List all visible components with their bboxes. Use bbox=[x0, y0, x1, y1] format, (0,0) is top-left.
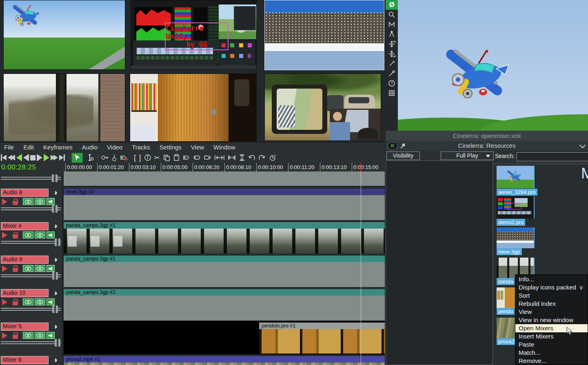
fader[interactable] bbox=[1, 341, 61, 344]
menu-item-display-icons-packed[interactable]: Display icons packedv bbox=[515, 283, 588, 292]
rewind-to-start-button[interactable] bbox=[1, 153, 7, 162]
fast-reverse-button[interactable] bbox=[8, 153, 15, 162]
track-lock-icon[interactable] bbox=[13, 234, 18, 238]
media-thumb-neve[interactable] bbox=[497, 227, 535, 248]
resources-titlebar[interactable]: R Cinelerra: Resources bbox=[386, 141, 588, 151]
protect-video-icon[interactable]: Ø bbox=[386, 0, 398, 10]
fader[interactable] bbox=[1, 308, 61, 311]
track-gang-button[interactable] bbox=[23, 265, 33, 272]
clip-title-neve[interactable]: neve.3gp #2 bbox=[64, 189, 385, 195]
clip-title-panda-a1[interactable]: panda_campo.3gp #1 bbox=[64, 256, 385, 262]
clip-title-pendolo[interactable]: pendolo.pro #1 bbox=[259, 323, 385, 329]
lock-labels-button[interactable] bbox=[120, 153, 128, 162]
undo-button[interactable] bbox=[248, 153, 255, 162]
fader-handle[interactable] bbox=[55, 339, 60, 347]
drag-and-drop-mode-button[interactable] bbox=[71, 153, 83, 163]
media-thumb-aereo[interactable] bbox=[497, 166, 535, 188]
redo-button[interactable] bbox=[258, 153, 266, 162]
fader-handle[interactable] bbox=[52, 174, 58, 182]
manual-goto-button[interactable] bbox=[268, 153, 277, 162]
crop-icon[interactable] bbox=[386, 59, 398, 69]
track-title-audio8[interactable]: Audio 8 bbox=[1, 189, 49, 197]
media-label-neve[interactable]: neve.3gp bbox=[497, 248, 522, 255]
track-mute-button[interactable] bbox=[47, 198, 55, 205]
video-thumbnail-strip-pendolo[interactable] bbox=[259, 329, 385, 354]
frame-forward-button[interactable] bbox=[37, 153, 42, 162]
menu-keyframes[interactable]: Keyframes bbox=[43, 144, 73, 151]
track-play-icon[interactable] bbox=[2, 299, 7, 305]
track-draw-button[interactable] bbox=[35, 265, 45, 272]
expand-track-icon[interactable]: ◑ bbox=[51, 322, 60, 331]
track-draw-button[interactable] bbox=[35, 332, 45, 339]
expand-track-icon[interactable]: ◑ bbox=[51, 221, 60, 230]
mask-icon[interactable] bbox=[386, 20, 398, 29]
track-title-mixer6[interactable]: Mixer 6 bbox=[1, 356, 49, 364]
camera-icon[interactable] bbox=[386, 39, 398, 49]
safe-regions-icon[interactable] bbox=[386, 88, 398, 98]
playhead[interactable] bbox=[360, 163, 361, 172]
fast-forward-button[interactable] bbox=[51, 153, 58, 162]
play-forward-button[interactable] bbox=[44, 153, 49, 162]
menu-view[interactable]: View bbox=[191, 144, 204, 151]
menu-item-rebuild-index[interactable]: Rebuild index bbox=[515, 300, 588, 308]
track-lock-icon[interactable] bbox=[13, 301, 18, 305]
visibility-button[interactable]: Visibility bbox=[386, 151, 420, 160]
frame-reverse-button[interactable] bbox=[23, 153, 29, 162]
menu-edit[interactable]: Edit bbox=[23, 144, 34, 151]
eyedropper-icon[interactable] bbox=[386, 69, 398, 78]
track-play-icon[interactable] bbox=[2, 332, 7, 339]
track-gang-button[interactable] bbox=[23, 332, 33, 339]
track-lock-icon[interactable] bbox=[13, 268, 18, 272]
track-play-icon[interactable] bbox=[2, 198, 7, 205]
track-mute-button[interactable] bbox=[47, 265, 55, 272]
toggle-label-button[interactable] bbox=[182, 153, 190, 162]
clip-title-panda-v[interactable]: panda_campo.3gp #1 bbox=[64, 222, 385, 229]
menu-item-open-mixers[interactable]: Open Mixers bbox=[515, 324, 588, 332]
fit-width-button[interactable] bbox=[228, 153, 236, 162]
menu-settings[interactable]: Settings bbox=[160, 144, 182, 151]
fader[interactable] bbox=[1, 274, 61, 277]
clip-title-prova[interactable]: prova2.mp4 #1 bbox=[64, 356, 385, 363]
generate-keyframes-button[interactable] bbox=[112, 153, 117, 162]
clip-body[interactable] bbox=[64, 296, 385, 320]
menu-item-view[interactable]: View bbox=[515, 308, 588, 316]
track-gang-button[interactable] bbox=[23, 231, 33, 238]
track-gang-button[interactable] bbox=[23, 198, 33, 205]
mixer-window-pendolo[interactable] bbox=[130, 73, 257, 142]
mixer-window-neve[interactable] bbox=[264, 0, 384, 70]
fader-handle[interactable] bbox=[52, 272, 58, 280]
video-thumbnail-strip-prova[interactable] bbox=[64, 363, 385, 365]
out-point-button[interactable]: ] bbox=[139, 153, 141, 162]
forward-to-end-button[interactable] bbox=[59, 153, 65, 162]
clip-body[interactable] bbox=[64, 195, 385, 220]
stop-button[interactable] bbox=[30, 153, 36, 162]
track-title-audio9[interactable]: Audio 9 bbox=[1, 256, 49, 264]
fit-selection-button[interactable] bbox=[214, 153, 225, 162]
media-thumb-demo2[interactable] bbox=[497, 196, 535, 218]
media-label-demo2[interactable]: demo2.pro bbox=[497, 219, 525, 226]
projector-icon[interactable] bbox=[386, 49, 398, 59]
timeline-tracks[interactable]: neve.3gp #2 panda_campo.3gp #1 panda_cam… bbox=[63, 171, 385, 365]
magnify-icon[interactable] bbox=[386, 10, 398, 20]
menu-file[interactable]: File bbox=[4, 144, 14, 151]
track-draw-button[interactable] bbox=[35, 298, 45, 305]
track-mute-button[interactable] bbox=[47, 231, 55, 238]
expand-track-icon[interactable]: ◑ bbox=[51, 255, 60, 264]
menu-tracks[interactable]: Tracks bbox=[132, 144, 150, 151]
track-lock-icon[interactable] bbox=[13, 335, 18, 339]
fader[interactable] bbox=[1, 241, 61, 244]
fader-handle[interactable] bbox=[52, 305, 58, 313]
mixer-window-panda[interactable] bbox=[3, 73, 125, 142]
menu-item-remove[interactable]: Remove... bbox=[515, 357, 588, 365]
track-play-icon[interactable] bbox=[2, 232, 7, 238]
media-label-panda[interactable]: panda bbox=[497, 278, 515, 285]
fader-handle[interactable] bbox=[55, 238, 60, 246]
mixer-window-demo2[interactable]: Cinelerra Unify by GG bbox=[131, 0, 257, 70]
next-label-button[interactable] bbox=[204, 153, 211, 162]
in-point-button[interactable]: [ bbox=[134, 153, 136, 162]
track-mute-button[interactable] bbox=[47, 332, 55, 339]
menu-window[interactable]: Window bbox=[213, 144, 235, 151]
compositor-canvas[interactable] bbox=[398, 0, 588, 131]
menu-audio[interactable]: Audio bbox=[82, 144, 98, 151]
paste-button[interactable] bbox=[173, 153, 180, 162]
